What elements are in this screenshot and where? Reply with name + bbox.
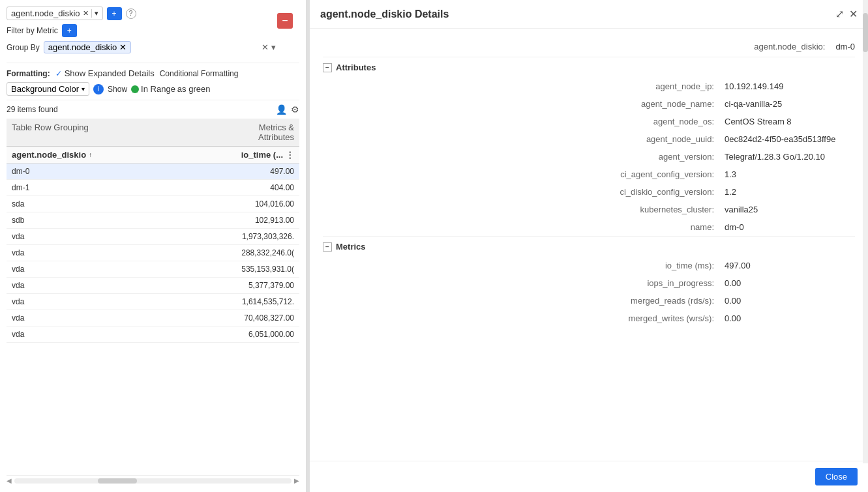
in-range-label: In Range: [141, 84, 175, 94]
filter-attribute-value: agent.node_diskio: [11, 8, 80, 18]
filter-attribute-add-button[interactable]: +: [107, 7, 122, 20]
show-expanded-label: Show Expanded Details: [65, 68, 155, 78]
attribute-row: agent_node_os: CentOS Stream 8: [323, 113, 855, 130]
filter-metric-label: Filter by Metric: [7, 26, 58, 35]
detail-main-label: agent.node_diskio:: [754, 42, 825, 51]
filter-attribute-help-icon[interactable]: ?: [126, 8, 136, 19]
filter-metric-add-button[interactable]: +: [62, 24, 77, 37]
attr-label: agent_node_name:: [584, 99, 714, 109]
attr-value: vanilla25: [725, 205, 855, 214]
group-by-value: agent.node_diskio: [48, 42, 117, 52]
as-green-label: as green: [177, 84, 211, 94]
table-cell-name: vda: [7, 310, 221, 326]
metric-value: 497.00: [725, 261, 855, 270]
in-range-badge: In Range as green: [131, 84, 210, 94]
attribute-row: ci_agent_config_version: 1.3: [323, 166, 855, 183]
detail-body: agent.node_diskio: dm-0 − Attributes age…: [310, 29, 868, 461]
formatting-section: Formatting: ✓ Show Expanded Details Cond…: [7, 63, 299, 96]
close-button[interactable]: Close: [815, 468, 858, 485]
table-cell-name: vda: [7, 294, 221, 310]
group-by-clear: ✕ ▾: [262, 42, 276, 52]
formatting-label: Formatting:: [7, 69, 50, 78]
table-row[interactable]: vda 6,051,000.00: [7, 326, 299, 343]
group-by-dropdown-icon[interactable]: ▾: [271, 42, 276, 52]
table-row[interactable]: vda 1,973,303,326.: [7, 229, 299, 245]
metrics-collapse-icon: −: [323, 242, 332, 252]
sort-icon: ↑: [89, 151, 92, 158]
filter-attribute-tag[interactable]: agent.node_diskio ✕ ▾: [7, 7, 103, 20]
table-cell-value: 535,153,931.0(: [221, 261, 299, 277]
col-main-header[interactable]: agent.node_diskio ↑: [7, 147, 221, 163]
table-row[interactable]: sda 104,016.00: [7, 196, 299, 212]
table-cell-value: 102,913.00: [221, 212, 299, 228]
col-metric-header[interactable]: io_time (... ⋮: [221, 147, 299, 163]
table-row[interactable]: vda 535,153,931.0(: [7, 261, 299, 278]
settings-icon[interactable]: ⚙: [291, 104, 299, 115]
remove-button[interactable]: −: [277, 13, 293, 29]
table-row[interactable]: dm-1 404.00: [7, 180, 299, 196]
bg-color-label: Background Color: [11, 84, 79, 94]
col-metric-menu-icon[interactable]: ⋮: [286, 150, 294, 160]
table-cell-name: vda: [7, 229, 221, 244]
attr-value: CentOS Stream 8: [725, 117, 855, 126]
group-by-close-icon[interactable]: ✕: [119, 42, 127, 52]
items-count: 29 items found: [7, 105, 58, 114]
column-header-row: agent.node_diskio ↑ io_time (... ⋮: [7, 147, 299, 164]
table-cell-value: 1,614,535,712.: [221, 294, 299, 310]
attr-value: Telegraf/1.28.3 Go/1.20.10: [725, 152, 855, 162]
right-scrollbar[interactable]: [863, 0, 868, 463]
group-by-tag[interactable]: agent.node_diskio ✕: [44, 41, 132, 53]
attr-label: ci_diskio_config_version:: [584, 187, 714, 197]
bg-color-dropdown[interactable]: Background Color ▾: [7, 82, 89, 96]
attr-value: 1.3: [725, 169, 855, 179]
horizontal-scrollbar[interactable]: ◀ ▶: [7, 475, 299, 485]
attribute-row: kubernetes_cluster: vanilla25: [323, 201, 855, 218]
table-row[interactable]: vda 288,332,246.0(: [7, 245, 299, 261]
expand-icon[interactable]: ⤢: [835, 8, 844, 20]
attr-label: agent_node_os:: [584, 117, 714, 126]
info-icon[interactable]: i: [93, 84, 104, 94]
group-by-clear-icon[interactable]: ✕: [262, 42, 269, 52]
attributes-label: Attributes: [336, 63, 376, 72]
table-row[interactable]: vda 5,377,379.00: [7, 278, 299, 294]
table-row[interactable]: sdb 102,913.00: [7, 212, 299, 229]
table-row[interactable]: vda 1,614,535,712.: [7, 294, 299, 310]
table-cell-value: 6,051,000.00: [221, 326, 299, 342]
bg-color-row: Background Color ▾ i Show In Range as gr…: [7, 82, 299, 96]
detail-footer: Close: [310, 461, 868, 492]
filter-attribute-row: agent.node_diskio ✕ ▾ + ? −: [7, 7, 276, 20]
person-icon[interactable]: 👤: [276, 104, 287, 115]
table-cell-name: vda: [7, 326, 221, 342]
col-metric-label: io_time (...: [241, 150, 283, 160]
right-scrollbar-thumb[interactable]: [863, 13, 868, 52]
filter-attribute-close-icon[interactable]: ✕: [83, 9, 89, 18]
table-row[interactable]: vda 70,408,327.00: [7, 310, 299, 326]
filter-attribute-dropdown-icon[interactable]: ▾: [91, 9, 98, 18]
scroll-right-icon[interactable]: ▶: [294, 477, 299, 484]
metric-label: merged_writes (wrs/s):: [584, 313, 714, 323]
metrics-label: Metrics: [336, 242, 366, 252]
table-row[interactable]: dm-0 497.00: [7, 164, 299, 180]
metric-label: iops_in_progress:: [584, 278, 714, 288]
detail-title: agent.node_diskio Details: [320, 8, 449, 20]
filter-metric-row: Filter by Metric +: [7, 24, 276, 37]
conditional-format-button[interactable]: Conditional Formatting: [160, 69, 239, 78]
attributes-section-header[interactable]: − Attributes: [323, 57, 855, 78]
detail-header-icons: ⤢ ✕: [835, 8, 858, 20]
show-expanded-checkbox[interactable]: ✓ Show Expanded Details: [55, 68, 155, 78]
group-by-row: Group By agent.node_diskio ✕ ✕ ▾: [7, 41, 276, 53]
metrics-section-header[interactable]: − Metrics: [323, 236, 855, 257]
attribute-row: agent_node_name: ci-qa-vanilla-25: [323, 95, 855, 113]
table-section-header: Table Row Grouping Metrics & Attributes: [7, 119, 299, 147]
table-cell-name: dm-1: [7, 180, 221, 195]
attributes-list: agent_node_ip: 10.192.149.149 agent_node…: [323, 78, 855, 236]
metrics-list: io_time (ms): 497.00 iops_in_progress: 0…: [323, 257, 855, 327]
scroll-thumb[interactable]: [98, 478, 137, 484]
attr-label: agent_node_ip:: [584, 81, 714, 91]
attr-value: 10.192.149.149: [725, 81, 855, 91]
table-cell-name: sdb: [7, 212, 221, 228]
metric-label: io_time (ms):: [584, 261, 714, 270]
scroll-left-icon[interactable]: ◀: [7, 477, 12, 484]
close-icon[interactable]: ✕: [849, 8, 858, 20]
attr-value: ci-qa-vanilla-25: [725, 99, 855, 109]
